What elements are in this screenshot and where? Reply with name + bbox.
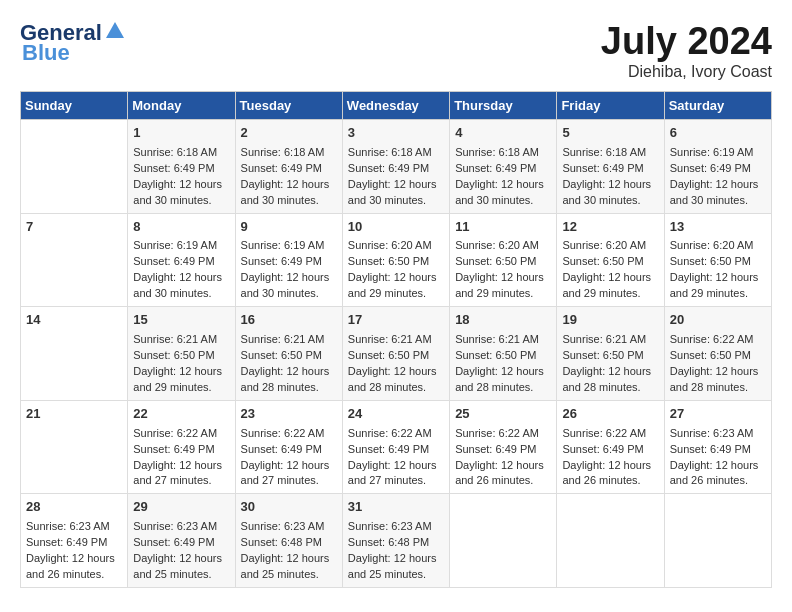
calendar-cell: 4Sunrise: 6:18 AM Sunset: 6:49 PM Daylig…: [450, 120, 557, 214]
day-info: Sunrise: 6:22 AM Sunset: 6:49 PM Dayligh…: [133, 426, 229, 490]
calendar-cell: 3Sunrise: 6:18 AM Sunset: 6:49 PM Daylig…: [342, 120, 449, 214]
calendar-cell: 16Sunrise: 6:21 AM Sunset: 6:50 PM Dayli…: [235, 307, 342, 401]
calendar-cell: 13Sunrise: 6:20 AM Sunset: 6:50 PM Dayli…: [664, 213, 771, 307]
day-number: 26: [562, 405, 658, 424]
day-info: Sunrise: 6:23 AM Sunset: 6:49 PM Dayligh…: [133, 519, 229, 583]
day-number: 14: [26, 311, 122, 330]
day-number: 7: [26, 218, 122, 237]
day-number: 11: [455, 218, 551, 237]
calendar-cell: 8Sunrise: 6:19 AM Sunset: 6:49 PM Daylig…: [128, 213, 235, 307]
logo-blue: Blue: [22, 40, 70, 66]
calendar-cell: 26Sunrise: 6:22 AM Sunset: 6:49 PM Dayli…: [557, 400, 664, 494]
day-number: 9: [241, 218, 337, 237]
header-cell-wednesday: Wednesday: [342, 92, 449, 120]
calendar-cell: 17Sunrise: 6:21 AM Sunset: 6:50 PM Dayli…: [342, 307, 449, 401]
day-info: Sunrise: 6:18 AM Sunset: 6:49 PM Dayligh…: [133, 145, 229, 209]
calendar-cell: 7: [21, 213, 128, 307]
calendar-week-4: 2122Sunrise: 6:22 AM Sunset: 6:49 PM Day…: [21, 400, 772, 494]
day-number: 16: [241, 311, 337, 330]
day-number: 30: [241, 498, 337, 517]
day-info: Sunrise: 6:23 AM Sunset: 6:48 PM Dayligh…: [348, 519, 444, 583]
day-info: Sunrise: 6:21 AM Sunset: 6:50 PM Dayligh…: [241, 332, 337, 396]
svg-marker-0: [106, 22, 124, 38]
day-number: 31: [348, 498, 444, 517]
day-number: 3: [348, 124, 444, 143]
day-info: Sunrise: 6:21 AM Sunset: 6:50 PM Dayligh…: [133, 332, 229, 396]
day-number: 15: [133, 311, 229, 330]
day-info: Sunrise: 6:22 AM Sunset: 6:49 PM Dayligh…: [562, 426, 658, 490]
day-number: 27: [670, 405, 766, 424]
day-number: 18: [455, 311, 551, 330]
month-year: July 2024: [601, 20, 772, 63]
day-number: 22: [133, 405, 229, 424]
day-info: Sunrise: 6:21 AM Sunset: 6:50 PM Dayligh…: [562, 332, 658, 396]
day-number: 10: [348, 218, 444, 237]
calendar-cell: [450, 494, 557, 588]
calendar-week-5: 28Sunrise: 6:23 AM Sunset: 6:49 PM Dayli…: [21, 494, 772, 588]
calendar-body: 1Sunrise: 6:18 AM Sunset: 6:49 PM Daylig…: [21, 120, 772, 588]
calendar-cell: 10Sunrise: 6:20 AM Sunset: 6:50 PM Dayli…: [342, 213, 449, 307]
calendar-cell: 25Sunrise: 6:22 AM Sunset: 6:49 PM Dayli…: [450, 400, 557, 494]
calendar-cell: 19Sunrise: 6:21 AM Sunset: 6:50 PM Dayli…: [557, 307, 664, 401]
calendar-cell: 23Sunrise: 6:22 AM Sunset: 6:49 PM Dayli…: [235, 400, 342, 494]
day-info: Sunrise: 6:20 AM Sunset: 6:50 PM Dayligh…: [455, 238, 551, 302]
header-cell-sunday: Sunday: [21, 92, 128, 120]
day-info: Sunrise: 6:20 AM Sunset: 6:50 PM Dayligh…: [670, 238, 766, 302]
header-cell-monday: Monday: [128, 92, 235, 120]
location: Diehiba, Ivory Coast: [601, 63, 772, 81]
calendar-cell: 21: [21, 400, 128, 494]
calendar-cell: 1Sunrise: 6:18 AM Sunset: 6:49 PM Daylig…: [128, 120, 235, 214]
day-number: 6: [670, 124, 766, 143]
day-info: Sunrise: 6:21 AM Sunset: 6:50 PM Dayligh…: [455, 332, 551, 396]
day-number: 24: [348, 405, 444, 424]
header-cell-friday: Friday: [557, 92, 664, 120]
day-info: Sunrise: 6:22 AM Sunset: 6:50 PM Dayligh…: [670, 332, 766, 396]
calendar-cell: 22Sunrise: 6:22 AM Sunset: 6:49 PM Dayli…: [128, 400, 235, 494]
day-number: 1: [133, 124, 229, 143]
calendar-week-3: 1415Sunrise: 6:21 AM Sunset: 6:50 PM Day…: [21, 307, 772, 401]
calendar-week-2: 78Sunrise: 6:19 AM Sunset: 6:49 PM Dayli…: [21, 213, 772, 307]
calendar-cell: 29Sunrise: 6:23 AM Sunset: 6:49 PM Dayli…: [128, 494, 235, 588]
day-info: Sunrise: 6:22 AM Sunset: 6:49 PM Dayligh…: [241, 426, 337, 490]
calendar-cell: 11Sunrise: 6:20 AM Sunset: 6:50 PM Dayli…: [450, 213, 557, 307]
calendar-cell: 14: [21, 307, 128, 401]
day-number: 19: [562, 311, 658, 330]
day-info: Sunrise: 6:23 AM Sunset: 6:49 PM Dayligh…: [670, 426, 766, 490]
day-number: 8: [133, 218, 229, 237]
calendar-cell: 12Sunrise: 6:20 AM Sunset: 6:50 PM Dayli…: [557, 213, 664, 307]
day-info: Sunrise: 6:18 AM Sunset: 6:49 PM Dayligh…: [455, 145, 551, 209]
day-number: 17: [348, 311, 444, 330]
day-number: 4: [455, 124, 551, 143]
calendar-cell: 27Sunrise: 6:23 AM Sunset: 6:49 PM Dayli…: [664, 400, 771, 494]
logo: General Blue: [20, 20, 126, 66]
day-number: 12: [562, 218, 658, 237]
day-number: 21: [26, 405, 122, 424]
day-number: 28: [26, 498, 122, 517]
calendar-cell: 6Sunrise: 6:19 AM Sunset: 6:49 PM Daylig…: [664, 120, 771, 214]
calendar-cell: 2Sunrise: 6:18 AM Sunset: 6:49 PM Daylig…: [235, 120, 342, 214]
day-info: Sunrise: 6:18 AM Sunset: 6:49 PM Dayligh…: [348, 145, 444, 209]
calendar-cell: 15Sunrise: 6:21 AM Sunset: 6:50 PM Dayli…: [128, 307, 235, 401]
calendar-cell: 24Sunrise: 6:22 AM Sunset: 6:49 PM Dayli…: [342, 400, 449, 494]
header-cell-saturday: Saturday: [664, 92, 771, 120]
title-block: July 2024 Diehiba, Ivory Coast: [601, 20, 772, 81]
day-number: 5: [562, 124, 658, 143]
day-number: 2: [241, 124, 337, 143]
calendar-header-row: SundayMondayTuesdayWednesdayThursdayFrid…: [21, 92, 772, 120]
day-info: Sunrise: 6:18 AM Sunset: 6:49 PM Dayligh…: [241, 145, 337, 209]
calendar-week-1: 1Sunrise: 6:18 AM Sunset: 6:49 PM Daylig…: [21, 120, 772, 214]
calendar-cell: 18Sunrise: 6:21 AM Sunset: 6:50 PM Dayli…: [450, 307, 557, 401]
calendar-cell: [557, 494, 664, 588]
day-info: Sunrise: 6:19 AM Sunset: 6:49 PM Dayligh…: [670, 145, 766, 209]
calendar-cell: 28Sunrise: 6:23 AM Sunset: 6:49 PM Dayli…: [21, 494, 128, 588]
day-info: Sunrise: 6:22 AM Sunset: 6:49 PM Dayligh…: [348, 426, 444, 490]
day-number: 23: [241, 405, 337, 424]
header-cell-thursday: Thursday: [450, 92, 557, 120]
day-info: Sunrise: 6:22 AM Sunset: 6:49 PM Dayligh…: [455, 426, 551, 490]
day-info: Sunrise: 6:23 AM Sunset: 6:48 PM Dayligh…: [241, 519, 337, 583]
header-cell-tuesday: Tuesday: [235, 92, 342, 120]
calendar-cell: [664, 494, 771, 588]
calendar-table: SundayMondayTuesdayWednesdayThursdayFrid…: [20, 91, 772, 588]
day-number: 13: [670, 218, 766, 237]
day-info: Sunrise: 6:20 AM Sunset: 6:50 PM Dayligh…: [348, 238, 444, 302]
